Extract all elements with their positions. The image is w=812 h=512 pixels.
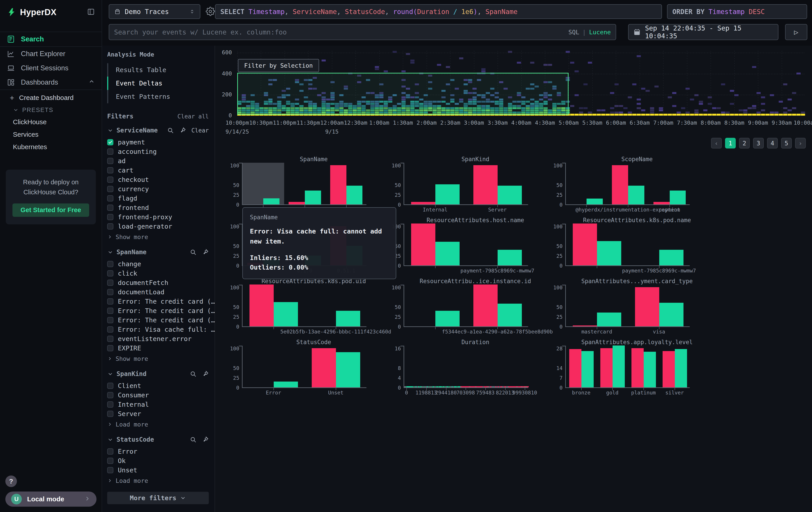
filter-option-internal[interactable]: Internal xyxy=(107,400,209,409)
chart-plot[interactable] xyxy=(242,346,367,388)
inlier-bar[interactable] xyxy=(644,352,656,387)
checkbox[interactable] xyxy=(107,448,113,455)
filter-option-eventlistener-error[interactable]: eventListener.error xyxy=(107,334,209,344)
pin-icon[interactable] xyxy=(202,436,209,443)
filter-option-server[interactable]: Server xyxy=(107,409,209,419)
filter-option-expire[interactable]: EXPIRE xyxy=(107,344,209,353)
pin-icon[interactable] xyxy=(202,371,209,378)
checkbox[interactable] xyxy=(107,467,113,473)
checkbox[interactable] xyxy=(107,205,113,211)
checkbox[interactable] xyxy=(107,411,113,417)
outlier-bar[interactable] xyxy=(330,165,346,204)
checkbox[interactable] xyxy=(107,223,113,230)
create-dashboard-button[interactable]: + Create Dashboard xyxy=(0,91,102,104)
outlier-bar[interactable] xyxy=(632,348,644,387)
chart-plot[interactable] xyxy=(565,224,690,266)
filter-option-checkout[interactable]: checkout xyxy=(107,175,209,184)
show-more-button[interactable]: Show more xyxy=(107,354,209,363)
analysis-mode-event-patterns[interactable]: Event Patterns xyxy=(108,90,209,103)
date-range-picker[interactable]: Sep 14 22:04:35 - Sep 15 10:04:35 xyxy=(628,24,778,40)
filter-option-consumer[interactable]: Consumer xyxy=(107,390,209,400)
chart-plot[interactable] xyxy=(565,285,690,327)
chart-plot[interactable] xyxy=(404,285,528,327)
checkbox[interactable] xyxy=(107,158,113,164)
page-prev-button[interactable]: ‹ xyxy=(711,138,722,149)
page-button-5[interactable]: 5 xyxy=(781,138,792,149)
outlier-bar[interactable] xyxy=(663,351,675,387)
checkbox[interactable] xyxy=(107,317,113,323)
select-clause-input[interactable]: SELECT Timestamp, ServiceName, StatusCod… xyxy=(215,4,662,19)
load-more-button[interactable]: Load more xyxy=(107,420,209,429)
checkbox[interactable] xyxy=(107,167,113,173)
inlier-bar[interactable] xyxy=(675,349,687,387)
outlier-bar[interactable] xyxy=(473,165,498,204)
outlier-bar[interactable] xyxy=(600,348,613,387)
filter-by-selection-button[interactable]: Filter by Selection xyxy=(238,59,319,72)
inlier-bar[interactable] xyxy=(581,351,594,387)
filter-option-documentload[interactable]: documentLoad xyxy=(107,287,209,297)
pin-icon[interactable] xyxy=(202,249,209,256)
search-icon[interactable] xyxy=(167,127,174,134)
analysis-mode-results-table[interactable]: Results Table xyxy=(108,63,209,77)
checkbox-checked[interactable] xyxy=(107,139,113,145)
checkbox[interactable] xyxy=(107,458,113,464)
checkbox[interactable] xyxy=(107,308,113,314)
checkbox[interactable] xyxy=(107,336,113,342)
inlier-bar[interactable] xyxy=(498,250,522,265)
inlier-bar[interactable] xyxy=(274,381,298,387)
page-button-1[interactable]: 1 xyxy=(725,138,736,149)
filter-option-error-the-credit-card-[interactable]: Error: The credit card (… xyxy=(107,306,209,316)
sidebar-item-dashboards[interactable]: Dashboards xyxy=(0,75,102,89)
sidebar-preset-kubernetes[interactable]: Kubernetes xyxy=(0,141,102,153)
inlier-bar[interactable] xyxy=(498,304,522,326)
inlier-bar[interactable] xyxy=(435,311,460,326)
page-button-3[interactable]: 3 xyxy=(753,138,764,149)
heatmap-selection-box[interactable] xyxy=(237,73,569,115)
outlier-bar[interactable] xyxy=(411,223,435,265)
filter-option-change[interactable]: change xyxy=(107,259,209,269)
filter-option-accounting[interactable]: accounting xyxy=(107,147,209,156)
checkbox[interactable] xyxy=(107,214,113,220)
sidebar-preset-services[interactable]: Services xyxy=(0,128,102,141)
checkbox[interactable] xyxy=(107,195,113,201)
sidebar-item-search[interactable]: Search xyxy=(0,32,102,46)
filter-option-ad[interactable]: ad xyxy=(107,156,209,166)
inlier-bar[interactable] xyxy=(435,242,460,265)
inlier-bar[interactable] xyxy=(336,311,360,326)
help-button[interactable]: ? xyxy=(5,476,17,487)
inlier-bar[interactable] xyxy=(659,303,684,326)
inlier-bar[interactable] xyxy=(274,302,298,326)
sidebar-item-client-sessions[interactable]: Client Sessions xyxy=(0,61,102,75)
outlier-bar[interactable] xyxy=(289,202,305,204)
filter-option-frontend[interactable]: frontend xyxy=(107,203,209,212)
chevron-down-icon[interactable] xyxy=(107,371,113,377)
outlier-bar[interactable] xyxy=(411,202,435,204)
checkbox[interactable] xyxy=(107,392,113,398)
filter-option-client[interactable]: Client xyxy=(107,381,209,390)
load-more-button[interactable]: Load more xyxy=(107,476,209,486)
checkbox[interactable] xyxy=(107,326,113,332)
presets-toggle[interactable]: PRESETS xyxy=(0,104,102,116)
filter-option-error-the-credit-card-[interactable]: Error: The credit card (… xyxy=(107,316,209,325)
filter-option-documentfetch[interactable]: documentFetch xyxy=(107,278,209,287)
run-query-button[interactable]: ▷ xyxy=(785,24,807,40)
chart-plot[interactable] xyxy=(404,346,528,388)
filter-option-frontend-proxy[interactable]: frontend-proxy xyxy=(107,212,209,222)
filter-option-ok[interactable]: Ok xyxy=(107,456,209,465)
inlier-bar[interactable] xyxy=(305,191,321,204)
inlier-bar[interactable] xyxy=(263,198,280,204)
filter-option-payment[interactable]: payment xyxy=(107,138,209,147)
outlier-bar[interactable] xyxy=(473,285,498,326)
filter-option-error-visa-cache-full-[interactable]: Error: Visa cache full: … xyxy=(107,325,209,334)
clear-filter-button[interactable]: Clear xyxy=(192,127,209,134)
outlier-bar[interactable] xyxy=(569,349,581,387)
chart-plot[interactable] xyxy=(242,163,367,205)
checkbox[interactable] xyxy=(107,177,113,183)
search-icon[interactable] xyxy=(190,249,197,256)
clear-all-button[interactable]: Clear all xyxy=(177,113,209,120)
inlier-bar[interactable] xyxy=(435,184,460,204)
checkbox[interactable] xyxy=(107,383,113,389)
inlier-bar[interactable] xyxy=(670,191,686,204)
outlier-bar[interactable] xyxy=(612,165,628,204)
source-select[interactable]: Demo Traces xyxy=(109,4,200,19)
